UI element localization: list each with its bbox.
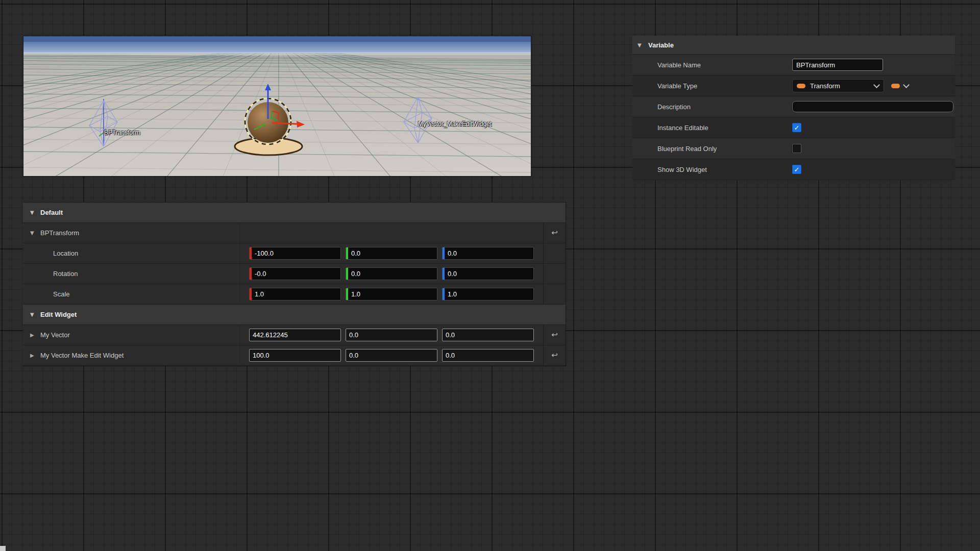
- blueprint-read-only-row: Blueprint Read Only: [632, 138, 955, 159]
- blueprint-read-only-checkbox[interactable]: [792, 144, 801, 153]
- location-y-field: [346, 247, 437, 260]
- category-default[interactable]: ▼ Default: [23, 203, 566, 223]
- location-y-input[interactable]: [348, 249, 437, 257]
- variable-panel: ▼ Variable Variable Name Variable Type T…: [632, 36, 955, 180]
- widget-label-myvector: MyVector_MakeEditWidget: [418, 120, 492, 128]
- my-vector-make-z-field: [442, 349, 534, 362]
- rotation-label: Rotation: [23, 264, 240, 284]
- scale-y-input[interactable]: [348, 290, 437, 298]
- scale-z-input[interactable]: [445, 290, 533, 298]
- triangle-down-icon: ▼: [30, 210, 36, 215]
- triangle-down-icon: ▼: [30, 312, 36, 317]
- rotation-row: Rotation: [23, 264, 566, 284]
- my-vector-y-field: [346, 329, 437, 341]
- my-vector-z-input[interactable]: [443, 331, 533, 339]
- blueprint-read-only-label: Blueprint Read Only: [632, 145, 792, 153]
- my-vector-make-label: My Vector Make Edit Widget: [40, 352, 124, 359]
- viewport-scene-svg: [23, 36, 531, 176]
- scale-label: Scale: [23, 284, 240, 304]
- rotation-y-field: [346, 267, 437, 280]
- location-x-input[interactable]: [252, 249, 340, 257]
- variable-name-input[interactable]: [792, 59, 883, 71]
- variable-panel-header[interactable]: ▼ Variable: [632, 36, 955, 55]
- reset-arrow-icon: ↩: [551, 350, 558, 360]
- chevron-down-icon: [873, 82, 880, 88]
- my-vector-label: My Vector: [40, 331, 70, 339]
- horizon-haze: [23, 52, 531, 55]
- my-vector-make-y-input[interactable]: [346, 352, 437, 359]
- description-input[interactable]: [792, 101, 953, 112]
- scale-x-input[interactable]: [252, 290, 340, 298]
- scale-y-field: [346, 288, 437, 300]
- container-type-dropdown[interactable]: [891, 84, 909, 88]
- my-vector-y-input[interactable]: [346, 331, 437, 339]
- container-type-pill-icon: [891, 84, 900, 88]
- my-vector-z-field: [442, 329, 534, 341]
- variable-type-value: Transform: [810, 82, 874, 90]
- rotation-x-field: [249, 267, 341, 280]
- scale-row: Scale: [23, 284, 566, 305]
- rotation-x-input[interactable]: [252, 270, 340, 278]
- description-row: Description: [632, 96, 955, 117]
- transform-type-pill-icon: [797, 84, 805, 88]
- reset-arrow-icon: ↩: [551, 330, 558, 339]
- variable-panel-title: Variable: [648, 41, 674, 49]
- sky-top-band: [23, 36, 531, 42]
- my-vector-x-input[interactable]: [250, 331, 340, 339]
- chevron-down-icon: [903, 82, 910, 88]
- show-3d-widget-row: Show 3D Widget ✓: [632, 159, 955, 180]
- instance-editable-checkbox[interactable]: ✓: [792, 123, 801, 132]
- instance-editable-row: Instance Editable ✓: [632, 117, 955, 138]
- rotation-y-input[interactable]: [348, 270, 437, 278]
- rotation-z-input[interactable]: [445, 270, 533, 278]
- show-3d-widget-checkbox[interactable]: ✓: [792, 165, 801, 174]
- reset-to-default-button[interactable]: ↩: [551, 229, 558, 237]
- scale-x-field: [249, 288, 341, 300]
- gizmo-x-axis: [272, 123, 297, 124]
- location-z-input[interactable]: [445, 249, 533, 257]
- description-label: Description: [632, 103, 792, 111]
- my-vector-make-y-field: [346, 349, 437, 362]
- rotation-z-field: [442, 267, 534, 280]
- category-default-label: Default: [40, 209, 63, 216]
- category-edit-widget[interactable]: ▼ Edit Widget: [23, 305, 566, 325]
- triangle-down-icon: ▼: [638, 42, 643, 48]
- bptransform-label-cell[interactable]: ▼ BPTransform: [23, 223, 240, 243]
- variable-name-label: Variable Name: [632, 61, 792, 69]
- bptransform-row: ▼ BPTransform ↩: [23, 223, 566, 243]
- my-vector-make-z-input[interactable]: [443, 352, 533, 359]
- reset-to-default-button[interactable]: ↩: [551, 352, 558, 359]
- window-corner-artifact: [0, 546, 6, 551]
- location-row: Location: [23, 243, 566, 264]
- blueprint-editor-screen: BPTransform MyVector_MakeEditWidget ▼ Va…: [0, 0, 980, 551]
- variable-type-dropdown[interactable]: Transform: [792, 79, 884, 92]
- location-label: Location: [23, 243, 240, 263]
- my-vector-make-label-cell[interactable]: ▶ My Vector Make Edit Widget: [23, 345, 240, 365]
- widget-label-bptransform: BPTransform: [104, 129, 140, 136]
- my-vector-row: ▶ My Vector ↩: [23, 325, 566, 345]
- triangle-down-icon: ▼: [30, 230, 36, 236]
- reset-arrow-icon: ↩: [551, 228, 558, 237]
- triangle-right-icon: ▶: [30, 332, 36, 338]
- reset-to-default-button[interactable]: ↩: [551, 331, 558, 339]
- my-vector-label-cell[interactable]: ▶ My Vector: [23, 325, 240, 345]
- location-x-field: [249, 247, 341, 260]
- variable-type-label: Variable Type: [632, 82, 792, 90]
- location-z-field: [442, 247, 534, 260]
- viewport-preview[interactable]: BPTransform MyVector_MakeEditWidget: [23, 36, 531, 177]
- variable-name-row: Variable Name: [632, 55, 955, 76]
- instance-editable-label: Instance Editable: [632, 124, 792, 132]
- checkmark-icon: ✓: [794, 124, 800, 131]
- my-vector-make-x-field: [249, 349, 341, 362]
- triangle-right-icon: ▶: [30, 353, 36, 358]
- category-edit-widget-label: Edit Widget: [40, 311, 77, 318]
- my-vector-x-field: [249, 329, 341, 341]
- my-vector-make-x-input[interactable]: [250, 352, 340, 359]
- checkmark-icon: ✓: [794, 166, 800, 173]
- bptransform-label: BPTransform: [40, 229, 79, 237]
- my-vector-make-edit-widget-row: ▶ My Vector Make Edit Widget ↩: [23, 345, 566, 366]
- variable-type-row: Variable Type Transform: [632, 76, 955, 96]
- scale-z-field: [442, 288, 534, 300]
- show-3d-widget-label: Show 3D Widget: [632, 166, 792, 173]
- details-panel: ▼ Default ▼ BPTransform ↩ Location: [23, 202, 566, 366]
